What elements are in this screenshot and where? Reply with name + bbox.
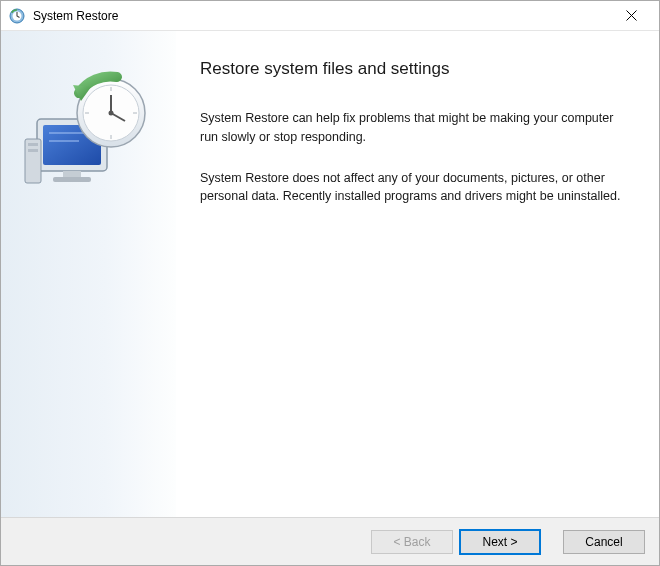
svg-point-17: [109, 111, 114, 116]
svg-rect-8: [28, 149, 38, 152]
titlebar: System Restore: [1, 1, 659, 31]
window-title: System Restore: [33, 9, 611, 23]
close-icon: [626, 10, 637, 21]
system-restore-icon: [9, 8, 25, 24]
intro-paragraph-2: System Restore does not affect any of yo…: [200, 169, 623, 207]
svg-rect-7: [28, 143, 38, 146]
wizard-sidebar: [1, 31, 176, 517]
page-heading: Restore system files and settings: [200, 59, 623, 79]
svg-rect-5: [53, 177, 91, 182]
close-button[interactable]: [611, 2, 651, 30]
intro-paragraph-1: System Restore can help fix problems tha…: [200, 109, 623, 147]
back-button: < Back: [371, 530, 453, 554]
next-button[interactable]: Next >: [459, 529, 541, 555]
wizard-main: Restore system files and settings System…: [176, 31, 659, 517]
restore-illustration: [19, 71, 159, 201]
wizard-footer: < Back Next > Cancel: [1, 517, 659, 565]
cancel-button[interactable]: Cancel: [563, 530, 645, 554]
content-area: Restore system files and settings System…: [1, 31, 659, 517]
svg-rect-4: [63, 171, 81, 177]
